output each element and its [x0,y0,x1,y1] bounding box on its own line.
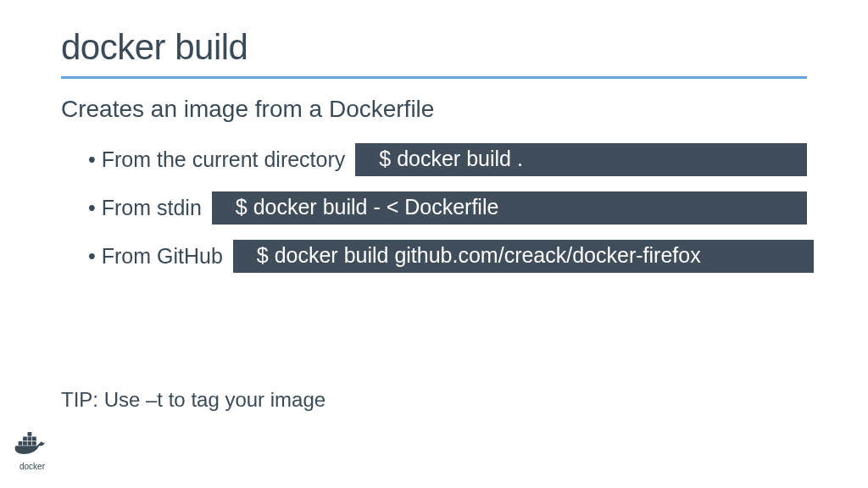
docker-logo: docker [14,432,51,471]
code-snippet: $ docker build github.com/creack/docker-… [233,240,814,273]
svg-rect-1 [23,441,27,446]
svg-rect-5 [28,436,32,441]
bullet-item: From stdin $ docker build - < Dockerfile [88,191,807,225]
bullet-list: From the current directory $ docker buil… [61,143,807,273]
bullet-label: From the current directory [88,147,345,172]
slide-title: docker build [61,27,807,68]
whale-icon [14,432,51,461]
tip-text: TIP: Use –t to tag your image [61,388,326,412]
svg-rect-7 [28,432,32,436]
bullet-item: From GitHub $ docker build github.com/cr… [88,240,807,273]
slide-content: docker build Creates an image from a Doc… [0,0,868,273]
code-snippet: $ docker build . [355,143,807,176]
svg-rect-0 [19,441,23,446]
slide-subtitle: Creates an image from a Dockerfile [61,96,807,123]
code-snippet: $ docker build - < Dockerfile [212,191,807,225]
bullet-label: From stdin [88,196,202,220]
svg-rect-2 [28,441,32,446]
svg-rect-4 [23,436,27,441]
logo-label: docker [19,462,45,471]
svg-rect-6 [32,436,36,441]
bullet-item: From the current directory $ docker buil… [88,143,807,176]
title-divider [61,76,807,79]
svg-rect-3 [32,441,36,446]
bullet-label: From GitHub [88,244,223,269]
